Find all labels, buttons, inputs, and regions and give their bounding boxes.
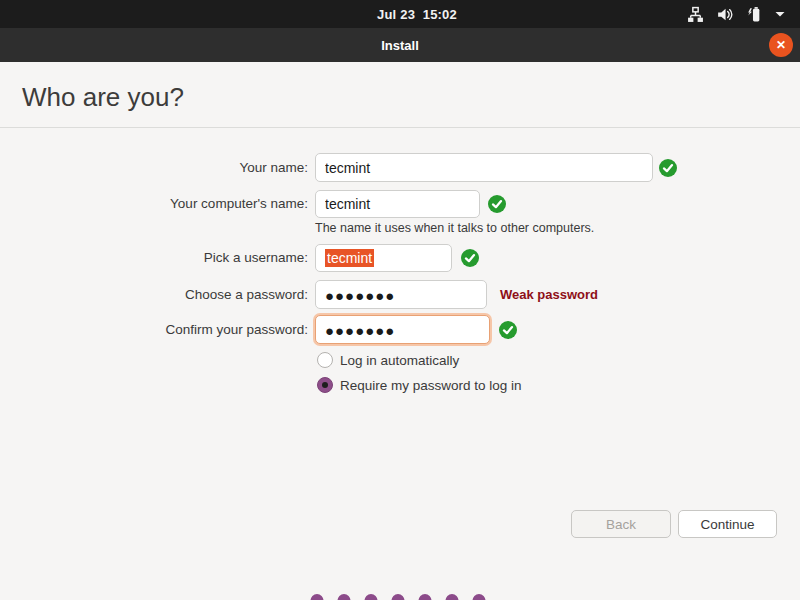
pager-dot bbox=[392, 594, 405, 600]
pager-dot bbox=[365, 594, 378, 600]
require-password-label: Require my password to log in bbox=[340, 378, 522, 393]
confirm-password-label: Confirm your password: bbox=[0, 321, 308, 339]
password-strength-label: Weak password bbox=[500, 287, 598, 302]
close-button[interactable]: ✕ bbox=[769, 33, 793, 57]
system-top-bar: Jul 23 15:02 bbox=[0, 0, 800, 28]
caret-down-icon bbox=[774, 10, 786, 18]
confirm-password-input[interactable] bbox=[315, 315, 490, 344]
auto-login-label: Log in automatically bbox=[340, 353, 459, 368]
clock[interactable]: Jul 23 15:02 bbox=[377, 7, 457, 22]
pager-dot bbox=[311, 594, 324, 600]
window-titlebar: Install ✕ bbox=[0, 28, 800, 62]
computer-name-input[interactable] bbox=[315, 190, 480, 218]
your-name-valid-icon bbox=[659, 159, 677, 177]
password-input[interactable] bbox=[315, 280, 487, 309]
pager-dot bbox=[419, 594, 432, 600]
computer-name-help: The name it uses when it talks to other … bbox=[315, 221, 594, 235]
continue-button[interactable]: Continue bbox=[678, 510, 777, 538]
username-label: Pick a username: bbox=[0, 249, 308, 267]
password-label: Choose a password: bbox=[0, 286, 308, 304]
require-password-option[interactable]: Require my password to log in bbox=[317, 377, 522, 393]
volume-icon bbox=[716, 6, 733, 23]
username-valid-icon bbox=[461, 249, 479, 267]
username-input[interactable]: tecmint bbox=[315, 244, 452, 272]
computer-name-valid-icon bbox=[488, 195, 506, 213]
pager-dot bbox=[338, 594, 351, 600]
network-wired-icon bbox=[687, 6, 704, 23]
pager-dot bbox=[473, 594, 486, 600]
pager-dot bbox=[446, 594, 459, 600]
pager-dots bbox=[311, 594, 486, 600]
page-header: Who are you? bbox=[0, 62, 800, 128]
require-password-radio[interactable] bbox=[317, 377, 333, 393]
computer-name-label: Your computer's name: bbox=[0, 195, 308, 213]
auto-login-radio[interactable] bbox=[317, 352, 333, 368]
back-button[interactable]: Back bbox=[571, 510, 671, 538]
confirm-valid-icon bbox=[499, 321, 517, 339]
your-name-label: Your name: bbox=[0, 159, 308, 177]
window-title: Install bbox=[381, 38, 419, 53]
your-name-input[interactable] bbox=[315, 153, 653, 182]
battery-charging-icon bbox=[745, 6, 762, 23]
auto-login-option[interactable]: Log in automatically bbox=[317, 352, 459, 368]
system-tray[interactable] bbox=[687, 0, 786, 28]
page-title: Who are you? bbox=[22, 82, 184, 113]
username-selected-text: tecmint bbox=[325, 249, 374, 267]
